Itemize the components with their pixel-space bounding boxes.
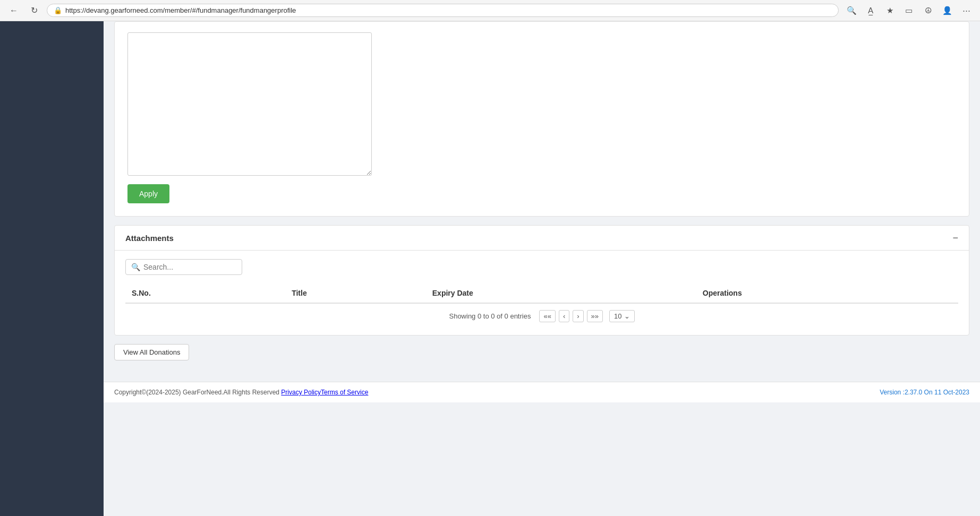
reload-button[interactable]: ↻: [27, 3, 41, 18]
search-input[interactable]: [143, 263, 236, 271]
attachments-section: Attachments − 🔍 S.No. Title: [114, 225, 969, 336]
browser-toolbar: ← ↻ 🔒 https://devang.gearforneed.com/mem…: [0, 0, 980, 21]
table-header: S.No. Title Expiry Date Operations: [125, 283, 958, 303]
page-size-value: 10: [614, 312, 621, 320]
table-header-row: S.No. Title Expiry Date Operations: [125, 283, 958, 303]
split-view-icon[interactable]: ▭: [901, 3, 916, 18]
bookmark-star-icon[interactable]: ★: [882, 3, 897, 18]
next-page-button[interactable]: ›: [573, 310, 583, 322]
view-all-donations-button[interactable]: View All Donations: [114, 344, 189, 360]
search-container: 🔍: [125, 259, 242, 275]
sidebar: [0, 21, 104, 516]
more-icon[interactable]: ⋯: [959, 3, 974, 18]
attachments-title: Attachments: [125, 234, 174, 243]
attachments-body: 🔍 S.No. Title Expiry Date Operations: [115, 251, 969, 335]
attachments-header: Attachments −: [115, 226, 969, 251]
profile-icon[interactable]: 👤: [940, 3, 955, 18]
col-operations: Operations: [696, 283, 958, 303]
main-content: Apply Attachments − 🔍: [104, 21, 980, 516]
favorites-icon[interactable]: ☮: [921, 3, 935, 18]
apply-button[interactable]: Apply: [127, 184, 169, 203]
col-title: Title: [285, 283, 426, 303]
prev-page-button[interactable]: ‹: [559, 310, 569, 322]
back-button[interactable]: ←: [6, 3, 21, 18]
copyright-text: Copyright©(2024-2025) GearForNeed.All Ri…: [114, 389, 281, 396]
content-area: Apply Attachments − 🔍: [104, 21, 980, 382]
search-browser-icon[interactable]: 🔍: [844, 3, 859, 18]
terms-of-service-link[interactable]: Terms of Service: [321, 389, 368, 396]
footer: Copyright©(2024-2025) GearForNeed.All Ri…: [104, 382, 980, 402]
last-page-button[interactable]: »»: [587, 310, 603, 322]
lock-icon: 🔒: [54, 6, 62, 14]
form-section: Apply: [114, 21, 969, 217]
collapse-button[interactable]: −: [952, 233, 958, 243]
browser-icons: 🔍 ﻿A̲ ★ ▭ ☮ 👤 ⋯: [844, 3, 974, 18]
attachments-table: S.No. Title Expiry Date Operations: [125, 283, 958, 304]
privacy-policy-link[interactable]: Privacy Policy: [281, 389, 321, 396]
col-expiry: Expiry Date: [426, 283, 696, 303]
reader-icon[interactable]: A̲: [863, 3, 878, 18]
col-sno: S.No.: [125, 283, 285, 303]
search-icon: 🔍: [131, 263, 140, 271]
footer-version: Version :2.37.0 On 11 Oct-2023: [880, 389, 969, 396]
app-container: Apply Attachments − 🔍: [0, 21, 980, 516]
page-size-chevron-icon: ⌄: [624, 312, 630, 320]
pagination-row: Showing 0 to 0 of 0 entries «« ‹ › »» 10…: [125, 304, 958, 324]
description-textarea[interactable]: [127, 32, 372, 176]
url-text: https://devang.gearforneed.com/member/#/…: [65, 6, 296, 14]
footer-copyright: Copyright©(2024-2025) GearForNeed.All Ri…: [114, 389, 368, 396]
pagination-info: Showing 0 to 0 of 0 entries: [449, 312, 531, 320]
first-page-button[interactable]: ««: [539, 310, 555, 322]
address-bar[interactable]: 🔒 https://devang.gearforneed.com/member/…: [47, 4, 839, 17]
page-size-select[interactable]: 10 ⌄: [609, 310, 634, 322]
